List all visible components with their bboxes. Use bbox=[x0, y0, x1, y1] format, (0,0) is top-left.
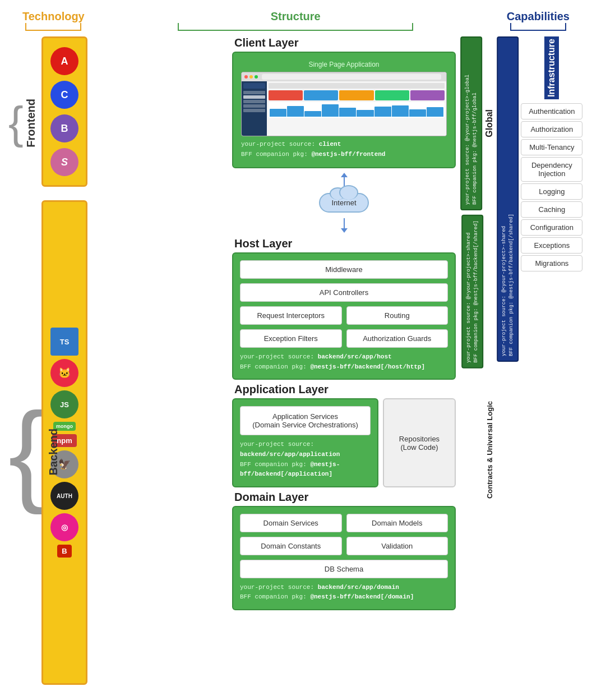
left-area: { Frontend { Backend A C B S TS 🐱 JS bbox=[8, 36, 232, 685]
internet-cloud: Internet bbox=[319, 193, 368, 213]
bc-cards bbox=[269, 90, 445, 100]
backend-bracket-container: { Backend bbox=[8, 219, 39, 685]
domain-layer-section: Domain Layer Domain Services Domain Mode… bbox=[232, 491, 456, 610]
domain-constants-box: Domain Constants bbox=[240, 537, 342, 555]
icons-area: A C B S TS 🐱 JS mongo npm 🦅 AUTH ◎ B bbox=[41, 36, 87, 685]
bull-icon: B bbox=[57, 545, 71, 558]
application-layer-box: Application Services(Domain Service Orch… bbox=[232, 398, 378, 487]
application-layer-title: Application Layer bbox=[232, 383, 456, 396]
infra-multitenancy: Multi-Tenancy bbox=[521, 139, 582, 155]
angular-icon: A bbox=[50, 47, 78, 75]
api-controllers-box: API Controllers bbox=[240, 283, 448, 302]
infra-logging: Logging bbox=[521, 183, 582, 200]
infra-authentication: Authentication bbox=[521, 103, 582, 119]
labels-area: { Frontend { Backend bbox=[8, 36, 39, 685]
domain-row-2: Domain Constants Validation bbox=[240, 537, 448, 555]
nav-item-5 bbox=[243, 109, 265, 112]
bc-card-2 bbox=[304, 90, 338, 100]
bootstrap-icon: B bbox=[50, 114, 78, 142]
infrastructure-section: your-project source: @<your-project>-sha… bbox=[497, 36, 582, 685]
browser-dot-green bbox=[255, 75, 258, 79]
client-layer-box: Single Page Application bbox=[232, 52, 456, 168]
frontend-bracket-container: { Frontend bbox=[8, 36, 39, 209]
nx-icon: ◎ bbox=[50, 513, 78, 541]
chart-bar-9 bbox=[409, 109, 426, 117]
db-schema-box: DB Schema bbox=[240, 560, 448, 578]
infra-migrations: Migrations bbox=[521, 255, 582, 271]
global-bar-area: your-project source: @<your-project>-glo… bbox=[460, 36, 494, 210]
bracket-technology bbox=[25, 23, 81, 31]
contracts-label: Contracts & Universal Logic bbox=[485, 401, 494, 499]
bracket-capabilities bbox=[510, 23, 566, 31]
chart-bar-5 bbox=[339, 108, 356, 117]
chart-bar-1 bbox=[270, 109, 286, 117]
routing-box: Routing bbox=[346, 306, 448, 325]
frontend-icons-box: A C B S bbox=[41, 36, 87, 187]
repositories-box: Repositories(Low Code) bbox=[383, 398, 456, 487]
client-layer-section: Client Layer Single Page Application bbox=[232, 36, 456, 168]
domain-layer-box: Domain Services Domain Models Domain Con… bbox=[232, 506, 456, 610]
host-layer-title: Host Layer bbox=[232, 237, 456, 250]
chart-bar-8 bbox=[392, 105, 409, 117]
infra-exceptions: Exceptions bbox=[521, 237, 582, 254]
browser-url-bar bbox=[262, 74, 441, 80]
browser-dot-red bbox=[244, 75, 248, 79]
bc-chart bbox=[269, 102, 445, 118]
host-source-text: your-project source: backend/src/app/hos… bbox=[240, 352, 448, 372]
header: Technology Structure Capabilities bbox=[0, 0, 592, 31]
application-layer-section: Application Layer Application Services(D… bbox=[232, 383, 456, 487]
nav-item-3 bbox=[243, 100, 265, 103]
middleware-box: Middleware bbox=[240, 260, 448, 279]
spa-label: Single Page Application bbox=[241, 61, 447, 68]
chart-bar-10 bbox=[427, 107, 443, 117]
infra-caching: Caching bbox=[521, 201, 582, 218]
chart-bar-4 bbox=[322, 104, 339, 117]
chart-bar-3 bbox=[304, 111, 321, 117]
nestjs-icon: 🐱 bbox=[50, 359, 78, 387]
infrastructure-source-bar: your-project source: @<your-project>-sha… bbox=[497, 36, 519, 362]
chart-bar-6 bbox=[357, 110, 373, 117]
contracts-bar-area: your-project source: @<your-project>-sha… bbox=[461, 215, 494, 685]
nodejs-icon: JS bbox=[50, 390, 78, 418]
contracts-source-bar: your-project source: @<your-project>-sha… bbox=[461, 215, 483, 369]
bc-card-3 bbox=[339, 90, 373, 100]
authorization-guards-box: Authorization Guards bbox=[346, 329, 448, 348]
chart-bar-2 bbox=[287, 106, 304, 117]
domain-row-1: Domain Services Domain Models bbox=[240, 514, 448, 532]
chart-bar-7 bbox=[374, 107, 391, 117]
center-area: Client Layer Single Page Application bbox=[232, 36, 456, 685]
host-layer-box: Middleware API Controllers Request Inter… bbox=[232, 252, 456, 380]
request-interceptors-box: Request Interceptors bbox=[240, 306, 342, 325]
right-area: your-project source: @<your-project>-glo… bbox=[460, 36, 584, 685]
exception-filters-box: Exception Filters bbox=[240, 329, 342, 348]
nav-item-4 bbox=[243, 104, 265, 108]
backend-label: Backend bbox=[47, 429, 60, 475]
bc-card-1 bbox=[269, 90, 303, 100]
browser-content bbox=[267, 81, 446, 136]
typescript-icon: TS bbox=[50, 328, 78, 356]
browser-bar bbox=[242, 72, 446, 81]
infrastructure-items-col: Infrastructure Authentication Authorizat… bbox=[521, 36, 582, 271]
host-row-1: Request Interceptors Routing bbox=[240, 306, 448, 325]
infra-configuration: Configuration bbox=[521, 219, 582, 236]
global-source-bar: your-project source: @<your-project>-glo… bbox=[460, 36, 482, 210]
arrow-down bbox=[344, 218, 345, 229]
main-layout: { Frontend { Backend A C B S TS 🐱 JS bbox=[0, 31, 592, 690]
header-structure: Structure bbox=[178, 10, 413, 31]
infra-dependency-injection: DependencyInjection bbox=[521, 157, 582, 182]
domain-source-text: your-project source: backend/src/app/dom… bbox=[240, 583, 448, 602]
bc-header bbox=[269, 83, 445, 89]
nav-logo bbox=[243, 83, 265, 89]
application-row: Application Services(Domain Service Orch… bbox=[232, 398, 456, 487]
frontend-brace: { bbox=[8, 100, 24, 145]
backend-brace: { bbox=[8, 396, 46, 508]
browser-nav bbox=[242, 81, 267, 136]
client-source-text: your-project source: client BFF companio… bbox=[241, 140, 447, 159]
nav-item-1 bbox=[243, 91, 265, 94]
infrastructure-label: Infrastructure bbox=[544, 36, 559, 99]
host-row-2: Exception Filters Authorization Guards bbox=[240, 329, 448, 348]
spa-screenshot bbox=[241, 72, 447, 136]
host-layer-section: Host Layer Middleware API Controllers Re… bbox=[232, 237, 456, 380]
nav-item-2 bbox=[243, 95, 265, 99]
infra-authorization: Authorization bbox=[521, 121, 582, 137]
